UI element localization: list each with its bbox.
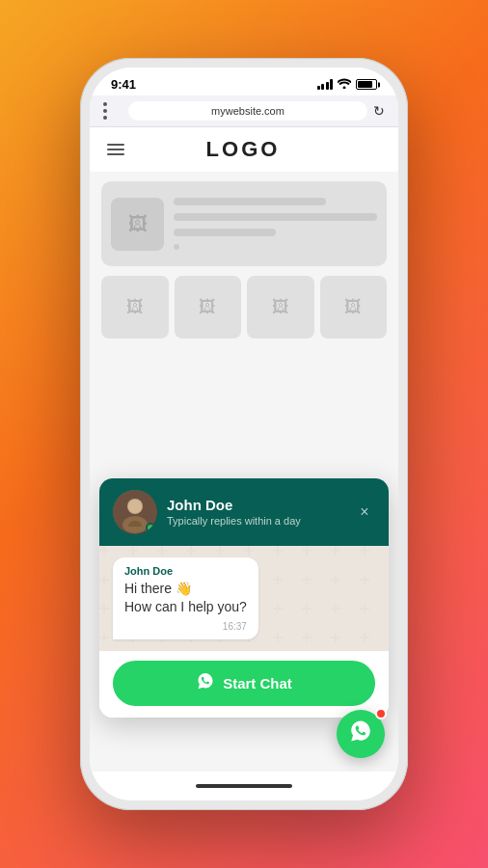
status-bar: 9:41	[90, 68, 398, 95]
browser-url-text: mywebsite.com	[211, 105, 285, 117]
hero-image-placeholder: 🖼	[111, 198, 164, 251]
skeleton-dot	[174, 244, 179, 250]
fab-container	[337, 710, 385, 758]
popup-header: John Doe Typically replies within a day …	[99, 478, 389, 546]
message-text: Hi there 👋 How can I help you?	[124, 580, 247, 617]
card-3: 🖼	[247, 276, 314, 339]
status-time: 9:41	[111, 77, 136, 92]
website-logo: LOGO	[206, 137, 281, 162]
message-timestamp: 16:37	[124, 621, 247, 632]
hero-text-skeleton	[174, 198, 377, 250]
message-line-1: Hi there 👋	[124, 581, 192, 596]
avatar	[113, 490, 157, 534]
message-bubble: John Doe Hi there 👋 How can I help you? …	[113, 557, 258, 639]
whatsapp-fab-icon	[348, 719, 373, 749]
hero-skeleton: 🖼	[101, 181, 387, 266]
status-icons	[317, 78, 378, 91]
hamburger-line-2	[107, 149, 124, 150]
phone-screen: 9:41	[90, 68, 398, 800]
card-4-icon: 🖼	[344, 297, 362, 317]
card-2-icon: 🖼	[199, 297, 216, 317]
hamburger-menu[interactable]	[107, 144, 124, 155]
browser-bar: mywebsite.com ↻	[90, 95, 398, 127]
whatsapp-fab-button[interactable]	[337, 710, 385, 758]
message-line-2: How can I help you?	[124, 599, 247, 614]
browser-menu-icon[interactable]	[103, 102, 122, 120]
popup-contact-name: John Doe	[167, 497, 344, 513]
hamburger-line-3	[107, 153, 124, 155]
image-icon: 🖼	[128, 213, 148, 235]
fab-notification-dot	[375, 708, 387, 719]
website-nav: LOGO	[90, 127, 398, 172]
skeleton-line-3	[174, 229, 276, 236]
signal-icon	[317, 79, 334, 90]
svg-point-3	[128, 500, 142, 513]
online-indicator	[146, 523, 155, 532]
popup-chat-area: John Doe Hi there 👋 How can I help you? …	[99, 546, 389, 651]
popup-button-area: Start Chat	[99, 651, 389, 718]
message-sender-name: John Doe	[124, 565, 247, 577]
skeleton-line-2	[174, 213, 377, 221]
start-chat-button[interactable]: Start Chat	[113, 661, 375, 706]
card-4: 🖼	[320, 276, 388, 339]
wifi-icon	[338, 78, 351, 91]
popup-reply-status: Typically replies within a day	[167, 515, 344, 527]
card-grid: 🖼 🖼 🖼 🖼	[101, 276, 387, 339]
website-content: 🖼 🖼 🖼 🖼	[90, 172, 398, 772]
hamburger-line-1	[107, 144, 124, 146]
browser-refresh-button[interactable]: ↻	[373, 103, 385, 119]
battery-icon	[356, 79, 377, 90]
whatsapp-popup: John Doe Typically replies within a day …	[99, 478, 389, 718]
start-chat-label: Start Chat	[223, 675, 292, 692]
card-1-icon: 🖼	[126, 297, 144, 317]
popup-close-button[interactable]: ×	[354, 502, 375, 523]
popup-info: John Doe Typically replies within a day	[167, 497, 344, 527]
phone-bottom-bar	[90, 772, 398, 800]
browser-url-bar[interactable]: mywebsite.com	[128, 101, 367, 121]
home-indicator	[196, 784, 292, 788]
card-1: 🖼	[101, 276, 169, 339]
skeleton-line-1	[174, 198, 326, 205]
card-3-icon: 🖼	[272, 297, 289, 317]
phone-frame: 9:41	[80, 58, 408, 810]
whatsapp-button-icon	[196, 671, 215, 695]
card-2: 🖼	[175, 276, 242, 339]
